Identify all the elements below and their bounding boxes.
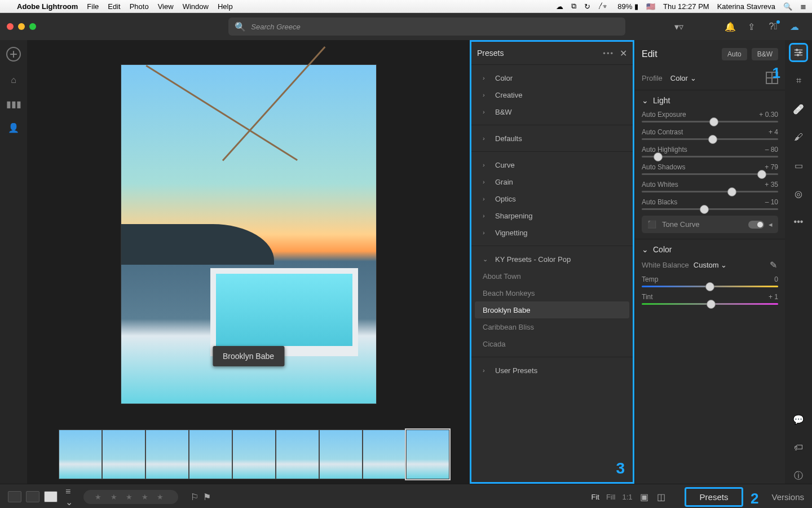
presets-more-icon[interactable]: ••• bbox=[603, 49, 614, 58]
preset-group[interactable]: ⌄KY Presets - Color Pop bbox=[471, 251, 633, 268]
menu-help[interactable]: Help bbox=[218, 2, 233, 11]
flag-reject-icon[interactable]: ⚑ bbox=[202, 492, 212, 502]
slider-auto-whites[interactable]: Auto Whites+ 35 bbox=[642, 181, 778, 192]
menu-extras-icon[interactable]: ≣ bbox=[800, 2, 806, 11]
tone-curve-toggle[interactable] bbox=[748, 221, 764, 229]
menu-photo[interactable]: Photo bbox=[130, 2, 149, 11]
presets-close-icon[interactable]: ✕ bbox=[620, 48, 627, 59]
menu-file[interactable]: File bbox=[87, 2, 99, 11]
library-icon[interactable]: ▮▮▮ bbox=[8, 99, 19, 109]
user-name[interactable]: Katerina Stavreva bbox=[717, 2, 775, 11]
preset-item[interactable]: Caribbean Bliss bbox=[471, 318, 633, 335]
slider-auto-highlights[interactable]: Auto Highlights– 80 bbox=[642, 146, 778, 157]
color-section-header[interactable]: ⌄Color bbox=[642, 245, 778, 254]
slider-auto-blacks[interactable]: Auto Blacks– 10 bbox=[642, 198, 778, 210]
zoom-fit[interactable]: Fit bbox=[591, 493, 599, 501]
preset-group[interactable]: ›Creative bbox=[471, 86, 633, 103]
linear-gradient-icon[interactable]: ▭ bbox=[791, 157, 806, 173]
before-after-icon[interactable]: ◫ bbox=[656, 492, 667, 502]
view-square-button[interactable] bbox=[26, 491, 39, 502]
zoom-window[interactable] bbox=[29, 23, 36, 30]
thumbnail-selected[interactable] bbox=[406, 430, 449, 479]
radial-gradient-icon[interactable]: ◎ bbox=[791, 186, 806, 202]
cloud-sync-icon[interactable]: ☁︎ bbox=[789, 21, 800, 32]
window-controls[interactable] bbox=[7, 23, 36, 30]
versions-button[interactable]: Versions bbox=[771, 492, 804, 502]
filmstrip[interactable] bbox=[27, 428, 470, 484]
info-icon[interactable]: ⓘ bbox=[791, 468, 806, 484]
comments-icon[interactable]: 💬 bbox=[791, 411, 806, 427]
thumbnail[interactable] bbox=[319, 430, 363, 479]
preset-group[interactable]: ›Grain bbox=[471, 173, 633, 190]
people-icon[interactable]: 👤 bbox=[8, 122, 19, 133]
preset-group[interactable]: ›Color bbox=[471, 69, 633, 86]
preset-group[interactable]: ›User Presets bbox=[471, 362, 633, 379]
presets-button[interactable]: Presets 2 bbox=[685, 487, 744, 507]
flag-pick-icon[interactable]: ⚐ bbox=[189, 492, 200, 502]
more-icon[interactable]: ••• bbox=[791, 214, 806, 230]
preset-group[interactable]: ›Defaults bbox=[471, 130, 633, 147]
filter-icon[interactable]: ▾▿ bbox=[674, 21, 684, 32]
share-icon[interactable]: ⇪ bbox=[747, 21, 757, 32]
preset-item[interactable]: Brooklyn Babe bbox=[475, 301, 629, 318]
menu-view[interactable]: View bbox=[158, 2, 174, 11]
close-window[interactable] bbox=[7, 23, 14, 30]
preset-group[interactable]: ›Optics bbox=[471, 190, 633, 207]
view-grid-button[interactable] bbox=[8, 491, 21, 502]
keywords-icon[interactable]: 🏷 bbox=[791, 440, 806, 456]
minimize-window[interactable] bbox=[18, 23, 25, 30]
preset-item[interactable]: Beach Monkeys bbox=[471, 284, 633, 301]
add-photos-icon[interactable]: + bbox=[6, 47, 21, 62]
view-detail-button[interactable] bbox=[44, 491, 58, 502]
brush-icon[interactable]: 🖌 bbox=[791, 129, 806, 145]
menu-window[interactable]: Window bbox=[183, 2, 209, 11]
zoom-fill[interactable]: Fill bbox=[606, 493, 616, 501]
preset-item[interactable]: About Town bbox=[471, 268, 633, 284]
thumbnail[interactable] bbox=[363, 430, 406, 479]
cc-sync-icon[interactable]: ☁︎ bbox=[556, 2, 563, 11]
tone-curve-row[interactable]: ⬛ Tone Curve ◂ bbox=[642, 216, 778, 233]
preset-group[interactable]: ›Sharpening bbox=[471, 207, 633, 224]
auto-button[interactable]: Auto bbox=[722, 48, 747, 60]
thumbnail[interactable] bbox=[276, 430, 319, 479]
bw-button[interactable]: B&W bbox=[752, 48, 778, 60]
tint-slider[interactable]: Tint+ 1 bbox=[642, 293, 778, 305]
rating-stars[interactable]: ★ ★ ★ ★ ★ bbox=[83, 490, 178, 504]
compare-icon[interactable]: ▣ bbox=[639, 492, 650, 502]
white-balance-value[interactable]: Custom ⌄ bbox=[694, 261, 727, 269]
sort-icon[interactable]: ≡ ⌄ bbox=[65, 492, 76, 502]
preset-group[interactable]: ›Vignetting bbox=[471, 224, 633, 241]
search-input[interactable]: 🔍 Search Greece bbox=[228, 17, 625, 36]
thumbnail[interactable] bbox=[102, 430, 145, 479]
profile-value[interactable]: Color ⌄ bbox=[670, 74, 696, 82]
zoom-11[interactable]: 1:1 bbox=[623, 493, 633, 501]
eyedropper-icon[interactable]: ✎ bbox=[768, 260, 778, 270]
temp-slider[interactable]: Temp0 bbox=[642, 275, 778, 287]
preset-group[interactable]: ›Curve bbox=[471, 156, 633, 173]
slider-auto-shadows[interactable]: Auto Shadows+ 79 bbox=[642, 163, 778, 175]
crop-icon[interactable]: ⌗ bbox=[791, 73, 806, 89]
healing-icon[interactable]: 🩹 bbox=[791, 101, 806, 117]
edit-sliders-icon[interactable] bbox=[791, 45, 806, 60]
thumbnail[interactable] bbox=[189, 430, 232, 479]
battery-status[interactable]: 89% ▮ bbox=[617, 2, 638, 11]
thumbnail[interactable] bbox=[145, 430, 189, 479]
flag-icon[interactable]: 🇺🇸 bbox=[646, 2, 655, 11]
timemachine-icon[interactable]: ↻ bbox=[584, 2, 590, 11]
slider-auto-contrast[interactable]: Auto Contrast+ 4 bbox=[642, 128, 778, 140]
notifications-icon[interactable]: 🔔 bbox=[725, 21, 735, 32]
thumbnail[interactable] bbox=[232, 430, 276, 479]
preset-item[interactable]: Cicada bbox=[471, 335, 633, 352]
app-name[interactable]: Adobe Lightroom bbox=[17, 2, 78, 11]
menu-edit[interactable]: Edit bbox=[108, 2, 120, 11]
clock[interactable]: Thu 12:27 PM bbox=[663, 2, 709, 11]
thumbnail[interactable] bbox=[59, 430, 102, 479]
spotlight-icon[interactable]: 🔍 bbox=[783, 2, 792, 11]
light-section-header[interactable]: ⌄Light bbox=[642, 96, 778, 105]
home-icon[interactable]: ⌂ bbox=[8, 75, 19, 85]
preset-group[interactable]: ›B&W bbox=[471, 103, 633, 120]
dropbox-icon[interactable]: ⧉ bbox=[571, 2, 576, 11]
slider-auto-exposure[interactable]: Auto Exposure+ 0.30 bbox=[642, 111, 778, 122]
wifi-icon[interactable]: ⧸ᯤ bbox=[598, 2, 610, 11]
help-icon[interactable]: ?⃝ bbox=[768, 21, 778, 32]
